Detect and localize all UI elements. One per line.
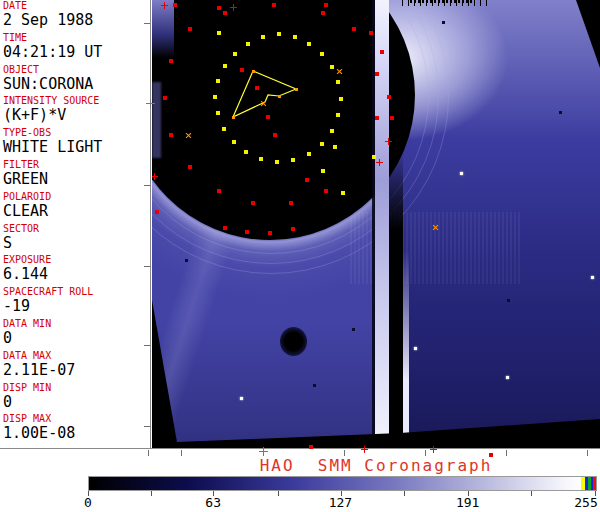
star-marker-yellow [223, 64, 227, 68]
metadata-label: TIME [3, 32, 150, 44]
metadata-value: (K+F)*V [3, 107, 150, 124]
dust-speck [185, 259, 188, 262]
flag-vertex-dot [232, 116, 235, 119]
star-marker-yellow [307, 152, 311, 156]
star-marker-red [188, 27, 192, 31]
metadata-label: DISP MIN [3, 382, 150, 394]
star-marker-red [255, 86, 259, 90]
colortable-stripes [581, 477, 596, 490]
star-marker-yellow [333, 145, 337, 149]
metadata-value: WHITE LIGHT [3, 139, 150, 156]
star-marker-yellow [246, 42, 250, 46]
star-marker-yellow [330, 129, 334, 133]
star-marker-yellow [341, 191, 345, 195]
colorbar-tick-label: 255 [574, 495, 597, 510]
metadata-label: POLAROID [3, 191, 150, 203]
colorbar-tick [278, 491, 279, 496]
metadata-value: 2 Sep 1988 [3, 12, 150, 29]
star-marker-yellow [307, 42, 311, 46]
star-marker-red [369, 31, 373, 35]
dust-speck [352, 328, 355, 331]
metadata-entry: DATE2 Sep 1988 [0, 0, 150, 32]
colorbar-tick-label: 191 [456, 495, 479, 510]
star-point [591, 276, 594, 279]
star-marker-red [291, 227, 295, 231]
star-marker-red [188, 165, 192, 169]
star-marker-yellow [217, 31, 221, 35]
metadata-value: CLEAR [3, 203, 150, 220]
metadata-entry: DISP MAX1.00E-08 [0, 413, 150, 445]
y-axis-tick [144, 266, 150, 267]
colorbar-tick-label: 127 [329, 495, 352, 510]
star-marker-red [273, 133, 277, 137]
star-marker-red [173, 3, 177, 7]
star-marker-yellow [339, 97, 343, 101]
dark-blemish [280, 327, 307, 356]
metadata-value: 0 [3, 394, 150, 411]
star-marker-yellow [261, 35, 265, 39]
cross-marker-red [385, 138, 392, 145]
star-marker-red [223, 226, 227, 230]
star-point [460, 172, 463, 175]
metadata-panel: DATE2 Sep 1988TIME04:21:19 UTOBJECTSUN:C… [0, 0, 150, 450]
image-title: HAO SMM Coronagraph [152, 456, 600, 475]
dust-speck [507, 299, 510, 302]
star-marker-red [217, 6, 221, 10]
metadata-value: 6.144 [3, 266, 150, 283]
star-marker-red [251, 201, 255, 205]
metadata-entry: DATA MIN0 [0, 318, 150, 350]
star-marker-red [289, 201, 293, 205]
metadata-entry: INTENSITY SOURCE(K+F)*V [0, 95, 150, 127]
top-edge-dropouts [410, 0, 472, 3]
dust-speck [559, 111, 562, 114]
star-marker-red [375, 116, 379, 120]
star-marker-red [245, 230, 249, 234]
metadata-entry: SPACECRAFT ROLL-19 [0, 286, 150, 318]
star-marker-red [387, 95, 391, 99]
metadata-value: SUN:CORONA [3, 76, 150, 93]
star-marker-yellow [275, 160, 279, 164]
metadata-entry: FILTERGREEN [0, 159, 150, 191]
star-marker-red [324, 189, 328, 193]
star-marker-red [272, 3, 276, 7]
star-marker-red [223, 11, 227, 15]
star-marker-red [321, 11, 325, 15]
star-marker-yellow [233, 52, 237, 56]
metadata-entry: TYPE-OBSWHITE LIGHT [0, 127, 150, 159]
colorbar-tick-label: 0 [84, 495, 92, 510]
star-marker-red [309, 445, 313, 449]
metadata-value: -19 [3, 298, 150, 315]
coronagraph-image [152, 0, 600, 448]
metadata-entry: SECTORS [0, 223, 150, 255]
metadata-entry: OBJECTSUN:CORONA [0, 64, 150, 96]
intensity-colorbar [88, 476, 597, 491]
pylon-shadow [389, 150, 403, 448]
star-marker-red [169, 59, 173, 63]
y-axis-line [150, 0, 151, 448]
flag-vertex-dot [278, 95, 281, 98]
metadata-value: 0 [3, 330, 150, 347]
star-marker-red [169, 133, 173, 137]
star-marker-red [390, 116, 394, 120]
dust-speck [442, 21, 445, 24]
star-marker-red [217, 189, 221, 193]
star-marker-yellow [222, 127, 226, 131]
metadata-value: GREEN [3, 171, 150, 188]
axis-plus-marker [146, 99, 155, 108]
cross-marker-red [361, 446, 368, 453]
metadata-value: 04:21:19 UT [3, 44, 150, 61]
star-point [506, 376, 509, 379]
star-marker-yellow [277, 32, 281, 36]
star-marker-red [240, 68, 244, 72]
metadata-value: 1.00E-08 [3, 425, 150, 442]
metadata-value: S [3, 235, 150, 252]
star-point [414, 347, 417, 350]
star-marker-yellow [244, 150, 248, 154]
star-marker-red [268, 231, 272, 235]
dust-speck [313, 384, 316, 387]
star-marker-yellow [330, 65, 334, 69]
metadata-label: SECTOR [3, 223, 150, 235]
star-marker-yellow [259, 157, 263, 161]
edge-glow [152, 82, 161, 158]
metadata-value: 2.11E-07 [3, 362, 150, 379]
